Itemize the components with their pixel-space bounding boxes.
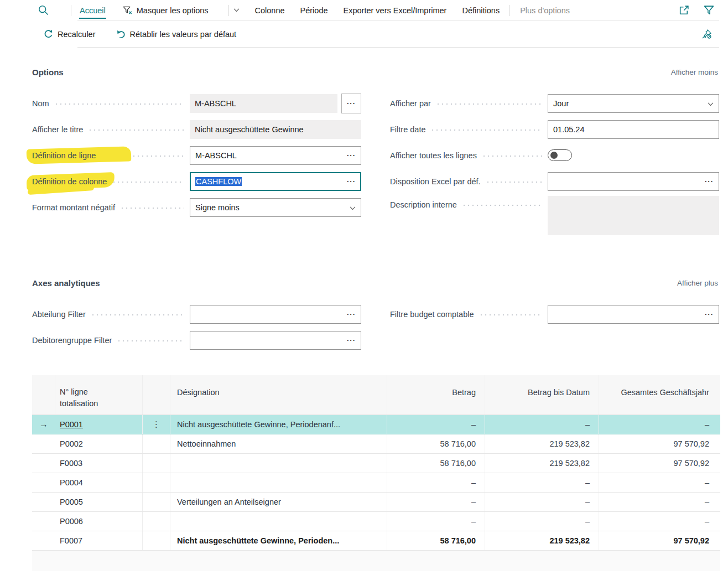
def-colonne-input[interactable]: CASHFLOW··· (190, 172, 361, 191)
table-row[interactable]: P0004––– (32, 473, 720, 493)
row-no[interactable]: P0004 (60, 478, 83, 487)
dotted-leader (482, 155, 542, 157)
header-no-ligne[interactable]: N° ligne totalisation (55, 375, 143, 415)
row-betrag-bis: – (585, 478, 590, 487)
field-abteilung-filter: Abteilung Filter ··· (32, 301, 361, 327)
menu-more-options[interactable]: Plus d'options (520, 6, 570, 15)
recalculate-button[interactable]: Recalculer (43, 29, 96, 39)
def-ligne-value: M-ABSCHL (195, 151, 347, 160)
search-icon[interactable] (38, 4, 49, 16)
description-interne-textarea[interactable] (548, 196, 719, 235)
header-gesamtes-label: Gesamtes Geschäftsjahr (621, 388, 709, 397)
current-row-arrow: → (39, 419, 48, 429)
header-designation[interactable]: Désignation (170, 375, 387, 415)
table-row[interactable]: F000358 716,00219 523,8297 570,92 (32, 454, 720, 473)
filtre-date-input[interactable]: 01.05.24 (548, 120, 719, 139)
abteilung-filter-input[interactable]: ··· (190, 305, 361, 324)
menu-definitions[interactable]: Définitions (462, 6, 500, 15)
row-betrag-bis-cell: – (485, 512, 599, 531)
row-betrag-cell: – (387, 415, 485, 434)
options-fields: Nom M-ABSCHL ··· Afficher le titre Nicht… (32, 90, 718, 235)
header-betrag-bis[interactable]: Betrag bis Datum (485, 375, 599, 415)
filtre-budget-assist-button[interactable]: ··· (705, 310, 714, 318)
debitorengruppe-assist-button[interactable]: ··· (347, 336, 356, 344)
chevron-down-icon (350, 203, 356, 212)
disposition-excel-input[interactable]: ··· (548, 172, 719, 191)
filter-icon[interactable] (703, 4, 715, 16)
row-betrag: – (471, 517, 476, 526)
def-colonne-assist-button[interactable]: ··· (347, 177, 356, 185)
header-gesamtes[interactable]: Gesamtes Geschäftsjahr (599, 375, 720, 415)
afficher-par-select[interactable]: Jour (548, 94, 719, 113)
filtre-date-label: Filtre date (390, 125, 425, 134)
tab-accueil[interactable]: Accueil (79, 1, 107, 20)
row-no[interactable]: P0002 (60, 439, 83, 448)
row-gesamt: 97 570,92 (673, 439, 709, 448)
header-betrag[interactable]: Betrag (387, 375, 485, 415)
table-row[interactable]: P0002Nettoeinnahmen58 716,00219 523,8297… (32, 434, 720, 454)
show-more-link[interactable]: Afficher plus (677, 279, 718, 287)
chevron-down-icon[interactable] (233, 8, 240, 12)
table-body: →P0001⋮Nicht ausgeschüttete Gewinne, Per… (32, 415, 720, 551)
nom-assist-button[interactable]: ··· (341, 94, 361, 113)
recalculate-label: Recalculer (58, 30, 96, 39)
nom-input[interactable]: M-ABSCHL (190, 94, 337, 113)
afficher-titre-input[interactable]: Nicht ausgeschüttete Gewinne (190, 120, 361, 139)
toolbar-divider (228, 5, 229, 16)
table-row[interactable]: →P0001⋮Nicht ausgeschüttete Gewinne, Per… (32, 415, 720, 434)
row-menu-icon-cell (143, 454, 170, 473)
row-betrag-bis-cell: 219 523,82 (485, 531, 599, 550)
format-negatif-value: Signe moins (195, 203, 346, 212)
row-designation-cell: Nicht ausgeschüttete Gewinne, Periodenan… (170, 415, 387, 434)
hide-options-button[interactable]: Masquer les options (122, 5, 209, 15)
row-menu-icon[interactable]: ⋮ (152, 419, 160, 429)
options-right-column: Afficher par Jour Filtre date 01.05.24 A… (390, 90, 718, 235)
field-afficher-toutes: Afficher toutes les lignes (390, 142, 718, 168)
filtre-budget-label: Filtre budget comptable (390, 310, 474, 319)
row-designation-cell (170, 473, 387, 492)
menu-colonne[interactable]: Colonne (255, 6, 285, 15)
filtre-budget-input[interactable]: ··· (548, 305, 719, 324)
unpin-icon[interactable] (701, 28, 713, 40)
afficher-toutes-toggle[interactable] (548, 149, 572, 161)
format-negatif-select[interactable]: Signe moins (190, 198, 361, 217)
share-icon[interactable] (678, 4, 690, 16)
table-row[interactable]: P0006––– (32, 512, 720, 531)
table-row[interactable]: F0007Nicht ausgeschüttete Gewinne, Perio… (32, 531, 720, 551)
row-designation-cell (170, 512, 387, 531)
row-no[interactable]: P0006 (60, 517, 83, 526)
table-row[interactable]: P0005Verteilungen an Anteilseigner––– (32, 493, 720, 512)
abteilung-assist-button[interactable]: ··· (347, 310, 356, 318)
def-ligne-assist-button[interactable]: ··· (347, 151, 356, 159)
afficher-titre-label: Afficher le titre (32, 125, 83, 134)
row-no[interactable]: F0007 (60, 536, 82, 545)
row-betrag-cell: 58 716,00 (387, 434, 485, 453)
row-no-cell: P0006 (55, 512, 143, 531)
debitorengruppe-filter-input[interactable]: ··· (190, 331, 361, 350)
row-designation-cell (170, 454, 387, 473)
menu-periode[interactable]: Période (300, 6, 328, 15)
show-less-link[interactable]: Afficher moins (671, 68, 718, 76)
row-menu-icon-cell (143, 531, 170, 550)
dotted-leader (486, 181, 542, 183)
row-no[interactable]: P0001 (60, 420, 83, 429)
menu-export-excel[interactable]: Exporter vers Excel/Imprimer (344, 6, 447, 15)
row-menu-icon-cell (143, 434, 170, 453)
current-row-arrow-cell (32, 434, 55, 453)
row-no-cell: F0007 (55, 531, 143, 550)
row-no-cell: P0001 (55, 415, 143, 434)
row-no[interactable]: F0003 (60, 459, 82, 468)
row-betrag-bis: 219 523,82 (549, 536, 590, 545)
row-betrag: 58 716,00 (440, 536, 476, 545)
table-footer-filler (32, 551, 720, 571)
row-gesamt-cell: – (599, 415, 720, 434)
reset-defaults-button[interactable]: Rétablir les valeurs par défaut (116, 29, 237, 39)
current-row-arrow-cell (32, 454, 55, 473)
row-menu-icon-cell (143, 473, 170, 492)
row-designation: Nicht ausgeschüttete Gewinne, Perioden..… (177, 536, 339, 545)
filter-clear-icon (122, 5, 133, 15)
undo-icon (116, 29, 126, 39)
row-no[interactable]: P0005 (60, 498, 83, 506)
def-ligne-input[interactable]: M-ABSCHL··· (190, 146, 361, 165)
disposition-excel-assist-button[interactable]: ··· (705, 177, 714, 185)
